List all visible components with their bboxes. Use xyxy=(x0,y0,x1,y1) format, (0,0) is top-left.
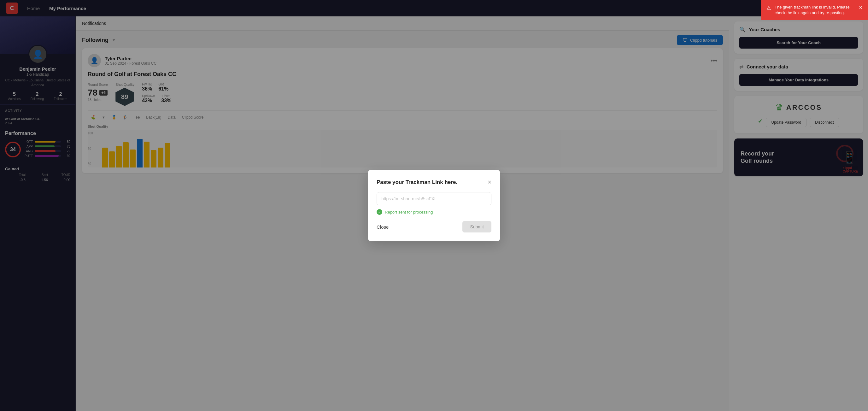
modal-success-message: ✓ Report sent for processing xyxy=(377,209,491,215)
success-check-icon: ✓ xyxy=(377,209,382,215)
success-text: Report sent for processing xyxy=(385,210,433,215)
toast-message: The given trackman link is invalid. Plea… xyxy=(775,4,855,16)
trackman-link-input[interactable] xyxy=(377,192,491,205)
trackman-modal: Paste your Trackman Link here. × ✓ Repor… xyxy=(368,170,500,241)
modal-header: Paste your Trackman Link here. × xyxy=(377,179,491,186)
toast-close-button[interactable]: × xyxy=(859,4,862,11)
modal-footer: Close Submit xyxy=(377,221,491,232)
modal-submit-button[interactable]: Submit xyxy=(462,221,491,232)
modal-close-x-button[interactable]: × xyxy=(488,179,491,186)
modal-title: Paste your Trackman Link here. xyxy=(377,179,457,186)
modal-close-button[interactable]: Close xyxy=(377,224,389,230)
modal-overlay: Paste your Trackman Link here. × ✓ Repor… xyxy=(0,0,868,411)
error-toast: ⚠ The given trackman link is invalid. Pl… xyxy=(761,0,868,20)
warning-icon: ⚠ xyxy=(767,5,771,12)
